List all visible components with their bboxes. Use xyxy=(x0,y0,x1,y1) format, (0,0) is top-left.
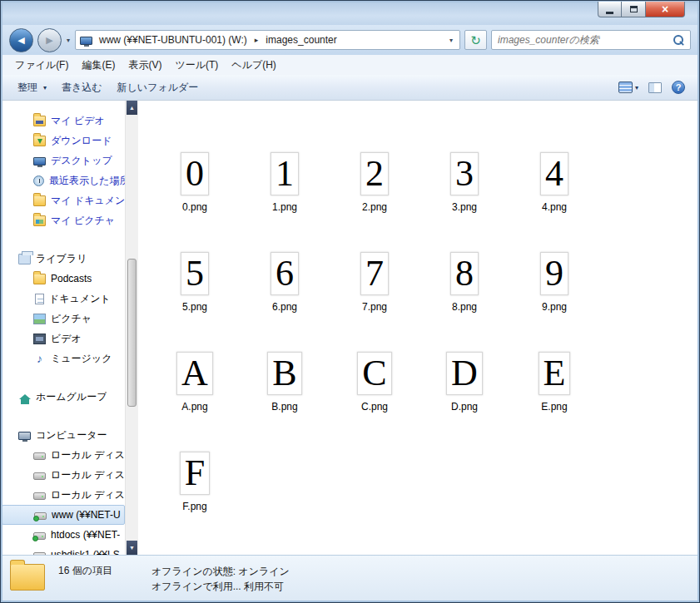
change-view-button[interactable]: ▾ xyxy=(613,79,643,96)
sidebar-item-www-network-drive[interactable]: www (¥¥NET-U xyxy=(2,505,125,525)
file-item[interactable]: 3 3.png xyxy=(420,152,509,252)
file-thumbnail: 9 xyxy=(540,252,568,295)
file-item[interactable]: 4 4.png xyxy=(509,152,599,252)
new-folder-button[interactable]: 新しいフォルダー xyxy=(110,77,206,98)
organize-button[interactable]: 整理 xyxy=(10,77,54,98)
file-item[interactable]: E E.png xyxy=(509,352,599,452)
sidebar-item-libraries[interactable]: ライブラリ xyxy=(2,249,125,269)
search-icon[interactable] xyxy=(673,35,684,46)
file-item[interactable]: A A.png xyxy=(150,352,240,452)
file-item[interactable]: 6 6.png xyxy=(240,252,330,352)
close-icon: × xyxy=(662,2,668,16)
burn-button[interactable]: 書き込む xyxy=(54,77,110,98)
menu-file[interactable]: ファイル(F) xyxy=(8,56,75,75)
file-list-area[interactable]: 0 0.png 1 1.png 2 2.png 3 3.png 4 4.pn xyxy=(138,101,698,555)
recent-pages-dropdown[interactable]: ▾ xyxy=(66,37,71,44)
file-item[interactable]: 0 0.png xyxy=(150,152,240,252)
recent-places-icon xyxy=(33,175,44,186)
file-item[interactable]: C C.png xyxy=(330,352,420,452)
file-item[interactable]: 8 8.png xyxy=(420,252,509,352)
file-name: B.png xyxy=(271,401,297,413)
sidebar-item-downloads[interactable]: ダウンロード xyxy=(2,131,125,151)
offline-availability: オフラインで利用... 利用不可 xyxy=(151,579,290,594)
sidebar-item-local-disk-2[interactable]: ローカル ディス xyxy=(2,465,125,485)
breadcrumb-segment-folder[interactable]: images_counter xyxy=(261,32,340,47)
explorer-window: × ◀ ▶ ▾ www (¥¥NET-UBUNTU-001) (W:) ▸ im… xyxy=(0,0,700,603)
offline-status-block: オフラインの状態: オンライン オフラインで利用... 利用不可 xyxy=(151,561,290,596)
details-pane: 16 個の項目 オフラインの状態: オンライン オフラインで利用... 利用不可 xyxy=(2,555,698,601)
forward-button[interactable]: ▶ xyxy=(37,28,62,52)
sidebar-item-music[interactable]: ♪ ミュージック xyxy=(2,348,125,368)
music-library-icon: ♪ xyxy=(33,353,46,364)
file-name: 5.png xyxy=(182,301,207,313)
sidebar-item-documents[interactable]: ドキュメント xyxy=(2,289,125,309)
file-thumbnail: 7 xyxy=(360,252,389,295)
sidebar-item-my-videos[interactable]: マイ ビデオ xyxy=(2,111,125,131)
menu-tools[interactable]: ツール(T) xyxy=(168,56,225,75)
sidebar-item-my-documents[interactable]: マイ ドキュメン xyxy=(2,190,125,210)
sidebar-item-htdocs-network-drive[interactable]: htdocs (¥¥NET- xyxy=(2,525,125,545)
sidebar-item-usbdisk-network-drive[interactable]: usbdisk1 (¥¥LS xyxy=(2,545,125,555)
file-item[interactable]: 5 5.png xyxy=(150,252,240,352)
breadcrumb-segment-drive[interactable]: www (¥¥NET-UBUNTU-001) (W:) xyxy=(95,32,251,47)
sidebar-item-homegroup[interactable]: ホームグループ xyxy=(2,387,125,407)
search-box[interactable] xyxy=(491,30,691,50)
sidebar-item-videos[interactable]: ビデオ xyxy=(2,329,125,348)
scroll-up-icon: ▲ xyxy=(129,105,135,111)
network-location-icon xyxy=(80,37,92,45)
maximize-button[interactable] xyxy=(622,2,646,17)
scrollbar-thumb[interactable] xyxy=(127,259,137,407)
sidebar-item-podcasts[interactable]: Podcasts xyxy=(2,269,125,289)
file-name: 8.png xyxy=(452,301,477,313)
address-bar[interactable]: www (¥¥NET-UBUNTU-001) (W:) ▸ images_cou… xyxy=(75,30,460,50)
menu-view[interactable]: 表示(V) xyxy=(122,56,168,75)
menu-help[interactable]: ヘルプ(H) xyxy=(225,56,283,75)
breadcrumb-separator-icon: ▸ xyxy=(254,36,260,44)
file-name: D.png xyxy=(451,401,478,413)
sidebar-item-computer[interactable]: コンピューター xyxy=(2,425,125,445)
address-history-dropdown[interactable]: ▾ xyxy=(447,37,455,44)
title-bar[interactable]: × xyxy=(2,2,698,25)
file-item[interactable]: B B.png xyxy=(240,352,330,452)
file-item[interactable]: D D.png xyxy=(420,352,509,452)
pictures-folder-icon xyxy=(33,215,46,226)
scroll-down-icon: ▼ xyxy=(129,545,135,551)
sidebar-item-local-disk-1[interactable]: ローカル ディス xyxy=(2,445,125,465)
video-folder-icon xyxy=(33,116,46,126)
sidebar-item-local-disk-3[interactable]: ローカル ディス xyxy=(2,485,125,505)
menu-edit[interactable]: 編集(E) xyxy=(75,56,122,75)
scroll-down-button[interactable]: ▼ xyxy=(127,541,137,555)
file-item[interactable]: 9 9.png xyxy=(509,252,599,352)
minimize-button[interactable] xyxy=(598,2,622,17)
search-input[interactable] xyxy=(498,34,673,46)
file-item[interactable]: 2 2.png xyxy=(330,152,420,252)
videos-library-icon xyxy=(33,334,46,344)
file-name: 7.png xyxy=(362,301,387,313)
offline-state: オフラインの状態: オンライン xyxy=(151,564,290,579)
file-thumbnail: 5 xyxy=(181,252,209,295)
close-button[interactable]: × xyxy=(646,2,685,17)
homegroup-icon xyxy=(19,394,31,399)
preview-pane-icon xyxy=(648,82,662,93)
local-disk-icon xyxy=(33,472,46,480)
file-name: 9.png xyxy=(542,301,567,313)
scroll-up-button[interactable]: ▲ xyxy=(127,101,137,115)
sidebar-item-recent-places[interactable]: 最近表示した場所 xyxy=(2,171,125,190)
sidebar-item-my-pictures[interactable]: マイ ピクチャ xyxy=(2,210,125,230)
refresh-button[interactable]: ↻ xyxy=(464,30,487,50)
computer-icon xyxy=(18,432,31,440)
file-item[interactable]: F F.png xyxy=(150,452,240,551)
sidebar-item-pictures[interactable]: ピクチャ xyxy=(2,309,125,329)
preview-pane-button[interactable] xyxy=(643,80,667,96)
file-item[interactable]: 7 7.png xyxy=(330,252,420,352)
menu-bar: ファイル(F) 編集(E) 表示(V) ツール(T) ヘルプ(H) xyxy=(2,55,698,75)
help-icon xyxy=(672,81,685,94)
network-drive-icon xyxy=(34,512,47,520)
back-button[interactable]: ◀ xyxy=(9,28,33,52)
file-name: C.png xyxy=(361,401,388,413)
file-item[interactable]: 1 1.png xyxy=(240,152,330,252)
file-name: E.png xyxy=(541,401,567,413)
help-button[interactable] xyxy=(667,78,690,96)
sidebar-item-desktop[interactable]: デスクトップ xyxy=(2,151,125,171)
sidebar-scrollbar[interactable]: ▲ ▼ xyxy=(125,101,138,555)
